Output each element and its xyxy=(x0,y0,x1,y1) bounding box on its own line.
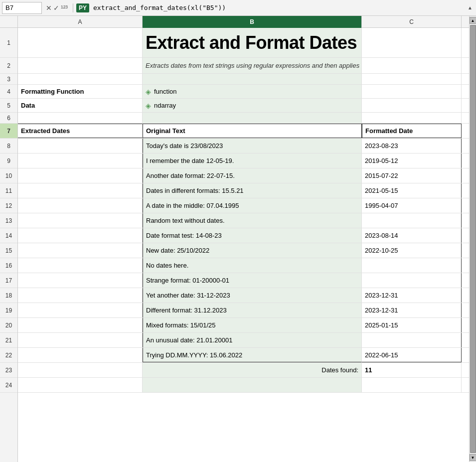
cell-c16[interactable] xyxy=(362,258,462,273)
cell-a1[interactable] xyxy=(18,28,143,57)
cell-a8[interactable] xyxy=(18,139,143,153)
row-num-12[interactable]: 12 xyxy=(0,198,17,213)
cell-c12[interactable]: 1995-04-07 xyxy=(362,198,462,213)
cell-a3[interactable] xyxy=(18,74,143,84)
cell-c18[interactable]: 2023-12-31 xyxy=(362,288,462,303)
cell-c2[interactable] xyxy=(362,58,462,73)
cell-a10[interactable] xyxy=(18,168,143,183)
cell-reference-box[interactable]: B7 xyxy=(2,2,42,14)
cell-c9[interactable]: 2019-05-12 xyxy=(362,154,462,168)
cell-a14[interactable] xyxy=(18,228,143,243)
cell-b2[interactable]: Extracts dates from text strings using r… xyxy=(143,58,362,73)
cell-c21[interactable] xyxy=(362,333,462,347)
cell-c1[interactable] xyxy=(362,28,462,57)
cell-a24[interactable] xyxy=(18,378,143,392)
cell-b21[interactable]: An unusual date: 21.01.20001 xyxy=(143,333,362,347)
cell-c6[interactable] xyxy=(362,113,462,123)
cell-c17[interactable] xyxy=(362,273,462,288)
cell-c3[interactable] xyxy=(362,74,462,84)
cell-a23[interactable] xyxy=(18,363,143,377)
scroll-down-button[interactable]: ▼ xyxy=(470,454,476,461)
row-num-9[interactable]: 9 xyxy=(0,154,17,168)
cell-b16[interactable]: No dates here. xyxy=(143,258,362,273)
cell-c8[interactable]: 2023-08-23 xyxy=(362,139,462,153)
cell-a16[interactable] xyxy=(18,258,143,273)
row-num-17[interactable]: 17 xyxy=(0,273,17,288)
cell-c4[interactable] xyxy=(362,85,462,98)
col-header-c[interactable]: C xyxy=(362,16,462,28)
cell-c24[interactable] xyxy=(362,378,462,392)
row-num-8[interactable]: 8 xyxy=(0,139,17,154)
cell-b14[interactable]: Date format test: 14-08-23 xyxy=(143,228,362,243)
scroll-arrow[interactable]: ▲ xyxy=(466,0,474,16)
row-num-23[interactable]: 23 xyxy=(0,363,17,378)
cell-b18[interactable]: Yet another date: 31-12-2023 xyxy=(143,288,362,303)
cell-a4[interactable]: Formatting Function xyxy=(18,85,143,98)
cell-b5[interactable]: ◈ ndarray xyxy=(143,99,362,112)
cell-b17[interactable]: Strange format: 01-20000-01 xyxy=(143,273,362,288)
cell-c23[interactable]: 11 xyxy=(362,363,462,377)
cell-b13[interactable]: Random text without dates. xyxy=(143,213,362,228)
cell-a18[interactable] xyxy=(18,288,143,303)
cell-a22[interactable] xyxy=(18,348,143,362)
cell-b15[interactable]: New date: 25/10/2022 xyxy=(143,243,362,258)
row-num-16[interactable]: 16 xyxy=(0,258,17,273)
row-num-20[interactable]: 20 xyxy=(0,318,17,333)
cell-b12[interactable]: A date in the middle: 07.04.1995 xyxy=(143,198,362,213)
cell-a17[interactable] xyxy=(18,273,143,288)
row-num-7[interactable]: 7 xyxy=(0,124,17,139)
row-num-1[interactable]: 1 xyxy=(0,28,17,58)
row-num-19[interactable]: 19 xyxy=(0,303,17,318)
cell-a20[interactable] xyxy=(18,318,143,332)
confirm-icon[interactable]: ✓ xyxy=(53,4,59,12)
cell-c15[interactable]: 2022-10-25 xyxy=(362,243,462,258)
cell-c19[interactable]: 2023-12-31 xyxy=(362,303,462,317)
row-num-6[interactable]: 6 xyxy=(0,113,17,124)
cell-c7[interactable]: Formatted Date xyxy=(362,124,462,138)
row-num-4[interactable]: 4 xyxy=(0,85,17,99)
row-num-18[interactable]: 18 xyxy=(0,288,17,303)
function-icon[interactable]: ¹²³ xyxy=(61,4,68,12)
cell-c20[interactable]: 2025-01-15 xyxy=(362,318,462,332)
col-header-b[interactable]: B xyxy=(143,16,362,28)
row-num-14[interactable]: 14 xyxy=(0,228,17,243)
cell-b11[interactable]: Dates in different formats: 15.5.21 xyxy=(143,183,362,198)
cell-c11[interactable]: 2021-05-15 xyxy=(362,183,462,198)
cell-a11[interactable] xyxy=(18,183,143,198)
cell-a13[interactable] xyxy=(18,213,143,228)
row-num-3[interactable]: 3 xyxy=(0,74,17,85)
cell-b7[interactable]: Original Text xyxy=(143,124,362,138)
formula-content[interactable]: extract_and_format_dates(xl("B5")) xyxy=(91,4,464,11)
row-num-5[interactable]: 5 xyxy=(0,99,17,113)
cell-b9[interactable]: I remember the date 12-05-19. xyxy=(143,154,362,168)
scrollbar[interactable]: ▲ ▼ xyxy=(469,16,476,462)
cell-b4[interactable]: ◈ function xyxy=(143,85,362,98)
row-num-2[interactable]: 2 xyxy=(0,58,17,74)
cell-a5[interactable]: Data xyxy=(18,99,143,112)
cell-b1[interactable]: Extract and Format Dates xyxy=(143,28,362,57)
cell-c22[interactable]: 2022-06-15 xyxy=(362,348,462,362)
cell-a19[interactable] xyxy=(18,303,143,317)
row-num-10[interactable]: 10 xyxy=(0,168,17,183)
row-num-11[interactable]: 11 xyxy=(0,183,17,198)
cell-b22[interactable]: Trying DD.MM.YYYY: 15.06.2022 xyxy=(143,348,362,362)
cell-a21[interactable] xyxy=(18,333,143,347)
cell-b3[interactable] xyxy=(143,74,362,84)
cell-b19[interactable]: Different format: 31.12.2023 xyxy=(143,303,362,317)
cell-c10[interactable]: 2015-07-22 xyxy=(362,168,462,183)
row-num-24[interactable]: 24 xyxy=(0,378,17,393)
cell-a15[interactable] xyxy=(18,243,143,258)
cell-c13[interactable] xyxy=(362,213,462,228)
cell-a2[interactable] xyxy=(18,58,143,73)
cell-b20[interactable]: Mixed formats: 15/01/25 xyxy=(143,318,362,332)
cell-a9[interactable] xyxy=(18,154,143,168)
cell-a12[interactable] xyxy=(18,198,143,213)
cell-b6[interactable] xyxy=(143,113,362,123)
cell-b10[interactable]: Another date format: 22-07-15. xyxy=(143,168,362,183)
cell-b23[interactable]: Dates found: xyxy=(143,363,362,377)
scroll-up-button[interactable]: ▲ xyxy=(470,17,476,24)
cancel-icon[interactable]: ✕ xyxy=(46,4,52,12)
row-num-15[interactable]: 15 xyxy=(0,243,17,258)
cell-b8[interactable]: Today's date is 23/08/2023 xyxy=(143,139,362,153)
scrollbar-thumb[interactable] xyxy=(470,25,476,453)
